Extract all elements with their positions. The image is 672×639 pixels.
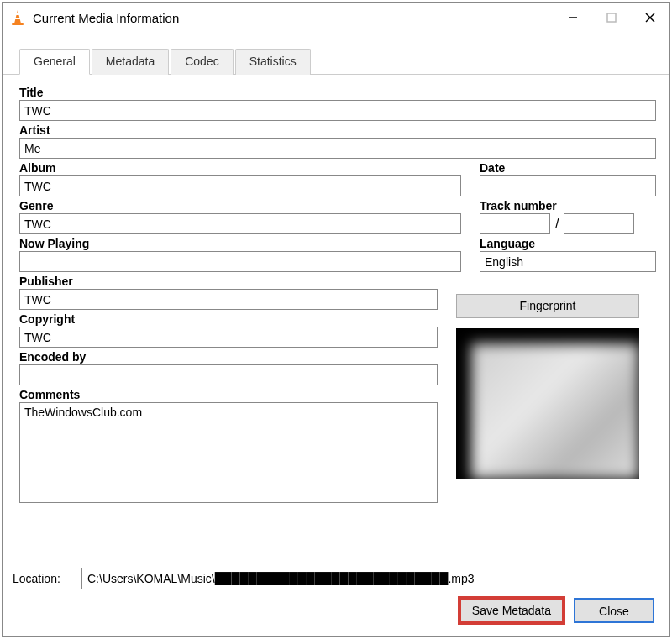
vlc-cone-icon bbox=[9, 9, 26, 26]
encoded-by-label: Encoded by bbox=[19, 350, 438, 364]
svg-rect-5 bbox=[607, 13, 616, 22]
minimize-button[interactable] bbox=[554, 4, 592, 31]
language-label: Language bbox=[480, 237, 656, 250]
title-label: Title bbox=[19, 86, 656, 99]
tab-label: Statistics bbox=[249, 55, 297, 68]
copyright-input[interactable] bbox=[19, 327, 438, 348]
comments-textarea[interactable] bbox=[19, 402, 438, 503]
titlebar: Current Media Information bbox=[3, 3, 669, 33]
bottom-bar: Location: Save Metadata Close bbox=[3, 561, 669, 636]
svg-rect-1 bbox=[15, 13, 20, 15]
tab-codec[interactable]: Codec bbox=[171, 49, 233, 75]
album-art-image bbox=[471, 343, 639, 479]
genre-input[interactable] bbox=[19, 213, 461, 234]
maximize-button[interactable] bbox=[592, 4, 631, 31]
location-input[interactable] bbox=[81, 568, 654, 589]
svg-rect-3 bbox=[12, 23, 24, 25]
close-button[interactable]: Close bbox=[574, 598, 654, 623]
fingerprint-label: Fingerprint bbox=[520, 299, 576, 312]
general-tab-content: Title Artist Album Date Genre Track numb… bbox=[3, 75, 669, 561]
publisher-input[interactable] bbox=[19, 289, 438, 310]
tab-label: Metadata bbox=[106, 55, 155, 68]
now-playing-label: Now Playing bbox=[19, 237, 461, 250]
copyright-label: Copyright bbox=[19, 312, 438, 326]
tab-label: General bbox=[34, 55, 76, 68]
close-label: Close bbox=[599, 605, 629, 618]
close-window-button[interactable] bbox=[631, 4, 669, 31]
svg-marker-0 bbox=[14, 10, 21, 24]
comments-label: Comments bbox=[19, 388, 438, 401]
tab-general[interactable]: General bbox=[19, 49, 90, 75]
artist-label: Artist bbox=[19, 123, 656, 137]
track-number-input[interactable] bbox=[480, 213, 550, 234]
tab-bar: General Metadata Codec Statistics bbox=[3, 33, 669, 75]
title-input[interactable] bbox=[19, 100, 656, 121]
track-total-input[interactable] bbox=[564, 213, 634, 234]
track-number-label: Track number bbox=[480, 199, 656, 212]
album-art-preview bbox=[456, 328, 639, 479]
genre-label: Genre bbox=[19, 199, 461, 212]
save-metadata-label: Save Metadata bbox=[472, 604, 551, 617]
svg-rect-2 bbox=[14, 18, 20, 19]
track-separator: / bbox=[555, 217, 559, 232]
album-input[interactable] bbox=[19, 175, 461, 196]
tab-statistics[interactable]: Statistics bbox=[235, 49, 311, 75]
window-title: Current Media Information bbox=[33, 11, 554, 25]
tab-metadata[interactable]: Metadata bbox=[92, 49, 169, 75]
date-input[interactable] bbox=[480, 175, 656, 196]
encoded-by-input[interactable] bbox=[19, 364, 438, 385]
artist-input[interactable] bbox=[19, 138, 656, 159]
save-metadata-button[interactable]: Save Metadata bbox=[459, 598, 564, 623]
fingerprint-button[interactable]: Fingerprint bbox=[456, 294, 639, 318]
now-playing-input[interactable] bbox=[19, 251, 461, 272]
tab-label: Codec bbox=[185, 55, 218, 68]
media-info-window: Current Media Information General Metada… bbox=[2, 2, 670, 637]
date-label: Date bbox=[480, 161, 656, 175]
language-input[interactable] bbox=[480, 251, 656, 272]
location-label: Location: bbox=[13, 572, 73, 585]
publisher-label: Publisher bbox=[19, 275, 438, 288]
album-label: Album bbox=[19, 161, 461, 175]
